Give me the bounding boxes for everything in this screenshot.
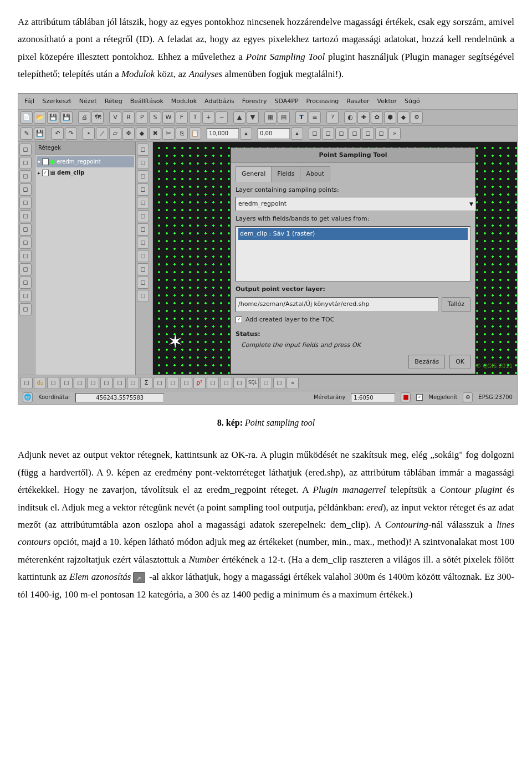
open-icon[interactable]: 📂 [34, 111, 46, 124]
bt8-icon[interactable]: ◻ [114, 377, 126, 389]
tool-c-icon[interactable]: ≡ [309, 111, 321, 124]
select-sampling-points[interactable]: eredm_regpoint ▼ [236, 197, 476, 211]
mv8-icon[interactable]: ◻ [137, 237, 149, 249]
addvector-icon[interactable]: V [109, 111, 121, 124]
vt6-icon[interactable]: ◻ [19, 210, 32, 222]
vt12-icon[interactable]: ◻ [19, 290, 32, 302]
listbox-value-layers[interactable]: dem_clip : Sáv 1 (raster) [236, 226, 470, 282]
addwms-icon[interactable]: W [162, 111, 175, 124]
new-icon[interactable]: 📄 [21, 111, 33, 124]
sigma-icon[interactable]: Σ [140, 377, 152, 389]
bt3-icon[interactable]: ◻ [47, 377, 59, 389]
vt7-icon[interactable]: ◻ [19, 223, 32, 236]
tool-b-icon[interactable]: ▼ [247, 111, 259, 124]
mv1-icon[interactable]: ◻ [137, 144, 149, 156]
ok-button[interactable]: OK [449, 355, 470, 369]
extra5-icon[interactable]: ◻ [362, 127, 374, 140]
spin-input-2[interactable]: 0,00 [258, 128, 290, 139]
mv4-icon[interactable]: ◻ [137, 183, 149, 196]
chevron-right-icon[interactable]: » [287, 377, 299, 389]
redo-icon[interactable]: ↷ [65, 127, 77, 140]
menu-sugo[interactable]: Súgó [402, 95, 423, 108]
extra3-icon[interactable]: ◻ [335, 127, 347, 140]
vt8-icon[interactable]: ◻ [19, 237, 32, 249]
bt4-icon[interactable]: ◻ [60, 377, 73, 389]
mv5-icon[interactable]: ◻ [137, 197, 149, 209]
bt10-icon[interactable]: ◻ [154, 377, 166, 389]
vt2-icon[interactable]: ◻ [19, 157, 32, 169]
vt11-icon[interactable]: ◻ [19, 277, 32, 289]
bt13-icon[interactable]: p² [193, 377, 206, 389]
bt5-icon[interactable]: ◻ [74, 377, 86, 389]
bt9-icon[interactable]: ◻ [127, 377, 139, 389]
add-toc-checkbox[interactable]: ✓ [236, 316, 242, 323]
cut-icon[interactable]: ✂ [162, 127, 175, 140]
vt4-icon[interactable]: ◻ [19, 183, 32, 196]
expand-icon[interactable]: ▸ [38, 168, 40, 178]
save-icon[interactable]: 💾 [47, 111, 59, 124]
tool-a-icon[interactable]: ▲ [233, 111, 245, 124]
globe-icon[interactable]: 🌐 [23, 392, 33, 402]
addln-icon[interactable]: ／ [96, 127, 108, 140]
menu-processing[interactable]: Processing [304, 95, 342, 108]
bt17-icon[interactable]: ◻ [260, 377, 272, 389]
bt1-icon[interactable]: ◻ [21, 377, 33, 389]
bt11-icon[interactable]: ◻ [167, 377, 179, 389]
menu-fajl[interactable]: Fájl [22, 95, 37, 108]
addraster-icon[interactable]: R [122, 111, 135, 124]
paste-icon[interactable]: 📋 [189, 127, 201, 140]
print-icon[interactable]: 🖨 [78, 111, 90, 124]
move-icon[interactable]: ✥ [122, 127, 135, 140]
mv2-icon[interactable]: ◻ [137, 157, 149, 169]
spin-input-1[interactable]: 10,000 [207, 128, 239, 139]
addpoly-icon[interactable]: ▱ [109, 127, 121, 140]
menu-nezet[interactable]: Nézet [76, 95, 100, 108]
list-item[interactable]: dem_clip : Sáv 1 (raster) [238, 228, 468, 240]
copy-icon[interactable]: ⎘ [176, 127, 188, 140]
savee-icon[interactable]: 💾 [34, 127, 46, 140]
bt6-icon[interactable]: ◻ [87, 377, 99, 389]
layer-checkbox[interactable]: ✓ [42, 159, 49, 165]
saveas-icon[interactable]: 💾 [60, 111, 73, 124]
menu-reteg[interactable]: Réteg [102, 95, 125, 108]
mv11-icon[interactable]: ◻ [137, 277, 149, 289]
render-checkbox[interactable]: ✓ [416, 394, 423, 401]
misc5-icon[interactable]: ◆ [397, 111, 410, 124]
menu-beallitasok[interactable]: Beállítások [127, 95, 166, 108]
menu-forestry[interactable]: Forestry [239, 95, 270, 108]
composer-icon[interactable]: 🗺 [91, 111, 104, 124]
output-path-input[interactable]: /home/szeman/Asztal/Új könyvtár/ered.shp [236, 297, 438, 311]
chevron-right-icon[interactable]: » [388, 127, 401, 140]
node-icon[interactable]: ◆ [136, 127, 148, 140]
spin-up-icon[interactable]: ▴ [240, 127, 252, 140]
bt15-icon[interactable]: ◻ [220, 377, 232, 389]
menu-adatbazis[interactable]: Adatbázis [202, 95, 237, 108]
stop-icon[interactable]: ■ [401, 392, 411, 402]
extra4-icon[interactable]: ◻ [349, 127, 361, 140]
menu-szerkeszt[interactable]: Szerkeszt [39, 95, 74, 108]
bt18-icon[interactable]: ◻ [273, 377, 285, 389]
addsl-icon[interactable]: S [149, 111, 161, 124]
close-button[interactable]: Bezárás [408, 355, 445, 369]
misc2-icon[interactable]: ✚ [357, 111, 370, 124]
mv6-icon[interactable]: ◻ [137, 210, 149, 222]
crs-icon[interactable]: ⊕ [463, 392, 473, 402]
vt3-icon[interactable]: ◻ [19, 170, 32, 182]
table2-icon[interactable]: ▤ [278, 111, 290, 124]
bt7-icon[interactable]: ◻ [100, 377, 112, 389]
bt14-icon[interactable]: ◻ [207, 377, 219, 389]
extra2-icon[interactable]: ◻ [322, 127, 334, 140]
mv10-icon[interactable]: ◻ [137, 263, 149, 275]
menu-vektor[interactable]: Vektor [375, 95, 400, 108]
expand-icon[interactable]: ▾ [38, 157, 40, 167]
menu-modulok[interactable]: Modulok [168, 95, 200, 108]
bt16-icon[interactable]: ◻ [233, 377, 245, 389]
addtext-icon[interactable]: T [189, 111, 201, 124]
misc6-icon[interactable]: ⚙ [411, 111, 423, 124]
help-icon[interactable]: ? [326, 111, 339, 124]
vt5-icon[interactable]: ◻ [19, 197, 32, 209]
layer-row-eredm[interactable]: ▾ ✓ ● eredm_regpoint [37, 156, 134, 168]
undo-icon[interactable]: ↶ [52, 127, 64, 140]
new-shp-icon[interactable]: + [202, 111, 214, 124]
bt12-icon[interactable]: ◻ [180, 377, 192, 389]
